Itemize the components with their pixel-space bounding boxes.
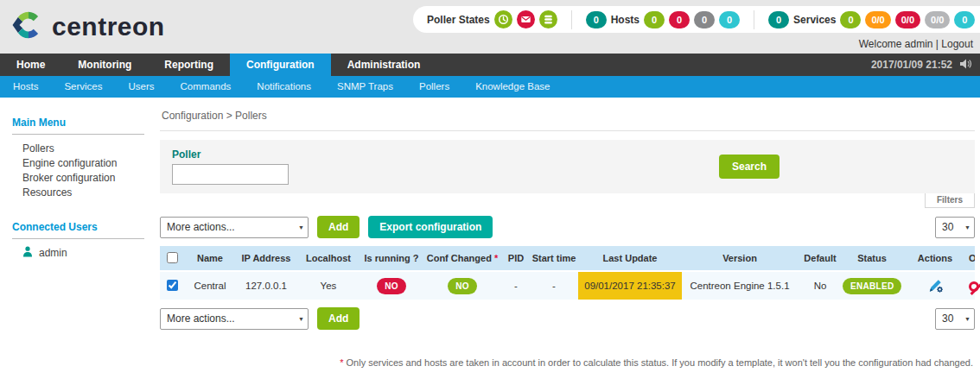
header-last-update[interactable]: Last Update <box>578 246 682 271</box>
poller-config-mail-icon[interactable] <box>517 10 535 28</box>
status-enabled-badge: ENABLED <box>843 278 901 294</box>
header-name[interactable]: Name <box>184 246 236 271</box>
subnav-item-notifications[interactable]: Notifications <box>244 76 324 98</box>
cell-pid: - <box>502 271 530 300</box>
page-size-select-bottom[interactable]: 30 <box>935 308 975 330</box>
content: Main Menu Pollers Engine configuration B… <box>0 98 980 385</box>
services-status-group: 0 Services 0 0/0 0/0 0/0 0 <box>768 11 975 28</box>
global-status-bar: Poller States 0 Hosts 0 0 0 0 <box>413 6 980 33</box>
cell-start-time: - <box>530 271 578 300</box>
sidebar-item-broker-configuration[interactable]: Broker configuration <box>22 171 144 186</box>
nav-item-home[interactable]: Home <box>0 54 61 76</box>
header-default[interactable]: Default <box>798 246 843 271</box>
welcome-logout-link[interactable]: Welcome admin | Logout <box>859 38 973 50</box>
subnav-item-services[interactable]: Services <box>51 76 115 98</box>
poller-search-input[interactable] <box>172 164 289 185</box>
footnote: * Only services and hosts are taken in a… <box>160 357 975 368</box>
connected-user-name: admin <box>39 247 67 259</box>
hosts-pending-badge[interactable]: 0 <box>719 11 740 28</box>
connected-user-admin[interactable]: admin <box>22 246 144 260</box>
configuration-sub-nav: Hosts Services Users Commands Notificati… <box>0 76 980 98</box>
poller-states-label: Poller States <box>427 14 490 26</box>
subnav-item-commands[interactable]: Commands <box>168 76 245 98</box>
nav-datetime: 2017/01/09 21:52 <box>871 59 952 71</box>
nav-item-monitoring[interactable]: Monitoring <box>61 54 148 76</box>
status-separator <box>571 10 572 29</box>
logo-wordmark: centreon <box>52 12 165 41</box>
services-pending-badge[interactable]: 0 <box>954 11 975 28</box>
poller-field-label: Poller <box>172 148 963 161</box>
services-warning-badge[interactable]: 0/0 <box>865 11 890 28</box>
poller-states-group: Poller States <box>427 10 557 28</box>
services-total-badge[interactable]: 0 <box>768 11 789 28</box>
subnav-item-snmp-traps[interactable]: SNMP Traps <box>324 76 406 98</box>
header-is-running[interactable]: Is running ? <box>360 246 423 271</box>
no-entry-icon[interactable] <box>969 281 979 292</box>
poller-search-panel: Poller Search <box>160 140 975 193</box>
hosts-label: Hosts <box>611 14 640 26</box>
conf-changed-badge: NO <box>448 278 477 294</box>
services-ok-badge[interactable]: 0 <box>840 11 861 28</box>
top-header: centreon Poller States 0 Hosts 0 <box>0 0 980 54</box>
subnav-item-knowledge-base[interactable]: Knowledge Base <box>462 76 563 98</box>
table-row: Central 127.0.0.1 Yes NO NO - - 09/01/20… <box>160 271 975 300</box>
services-critical-badge[interactable]: 0/0 <box>895 11 920 28</box>
header-ip-address[interactable]: IP Address <box>236 246 296 271</box>
header-version[interactable]: Version <box>682 246 798 271</box>
header-options[interactable]: Options <box>969 246 975 271</box>
hosts-down-badge[interactable]: 0 <box>669 11 690 28</box>
cell-default: No <box>798 271 843 300</box>
poller-latency-clock-icon[interactable] <box>494 10 512 28</box>
main-area: Configuration > Pollers Poller Search Fi… <box>160 98 980 385</box>
header-status[interactable]: Status <box>843 246 901 271</box>
nav-item-administration[interactable]: Administration <box>331 54 437 76</box>
header-conf-changed[interactable]: Conf Changed * <box>423 246 502 271</box>
header-actions[interactable]: Actions <box>901 246 969 271</box>
filters-tab[interactable]: Filters <box>925 193 975 208</box>
centreon-logo[interactable]: centreon <box>12 9 165 45</box>
cell-status: ENABLED <box>843 271 901 300</box>
status-separator <box>754 10 754 29</box>
sidebar-item-resources[interactable]: Resources <box>22 186 144 200</box>
header-pid[interactable]: PID <box>502 246 530 271</box>
subnav-item-users[interactable]: Users <box>116 76 168 98</box>
poller-database-icon[interactable] <box>539 10 557 28</box>
subnav-item-pollers[interactable]: Pollers <box>406 76 462 98</box>
header-localhost[interactable]: Localhost <box>296 246 360 271</box>
more-actions-select-top[interactable]: More actions... <box>160 217 309 238</box>
divider <box>12 134 144 135</box>
sidebar-item-pollers[interactable]: Pollers <box>22 142 144 156</box>
cell-name[interactable]: Central <box>184 271 236 300</box>
services-unknown-badge[interactable]: 0/0 <box>925 11 950 28</box>
breadcrumb: Configuration > Pollers <box>160 108 975 131</box>
sound-speaker-icon[interactable] <box>959 57 971 73</box>
more-actions-select-bottom[interactable]: More actions... <box>160 308 309 330</box>
nav-right: 2017/01/09 21:52 <box>871 54 980 76</box>
header-start-time[interactable]: Start time <box>530 246 578 271</box>
cell-last-update: 09/01/2017 21:35:37 <box>578 271 682 300</box>
main-menu-list: Pollers Engine configuration Broker conf… <box>22 142 144 200</box>
hosts-unreachable-badge[interactable]: 0 <box>694 11 715 28</box>
toolbar-bottom: More actions... Add 30 <box>160 307 975 330</box>
hosts-up-badge[interactable]: 0 <box>644 11 665 28</box>
nav-item-reporting[interactable]: Reporting <box>148 54 230 76</box>
edit-pencil-gear-icon[interactable] <box>927 277 944 295</box>
search-button[interactable]: Search <box>719 155 780 179</box>
select-all-checkbox[interactable] <box>167 252 178 263</box>
hosts-total-badge[interactable]: 0 <box>586 11 607 28</box>
main-nav: Home Monitoring Reporting Configuration … <box>0 54 980 76</box>
subnav-item-hosts[interactable]: Hosts <box>0 76 51 98</box>
hosts-status-group: 0 Hosts 0 0 0 0 <box>586 11 740 28</box>
page-size-select-top[interactable]: 30 <box>935 217 975 238</box>
sidebar-item-engine-configuration[interactable]: Engine configuration <box>22 156 144 171</box>
add-button-bottom[interactable]: Add <box>317 307 360 330</box>
cell-version: Centreon Engine 1.5.1 <box>682 271 798 300</box>
export-configuration-button[interactable]: Export configuration <box>368 216 493 238</box>
nav-item-configuration[interactable]: Configuration <box>230 54 331 76</box>
divider <box>12 238 144 239</box>
cell-options <box>969 271 975 300</box>
row-checkbox[interactable] <box>167 280 178 291</box>
table-header-row: Name IP Address Localhost Is running ? C… <box>160 246 975 271</box>
is-running-badge: NO <box>377 278 406 294</box>
add-button-top[interactable]: Add <box>317 216 360 238</box>
